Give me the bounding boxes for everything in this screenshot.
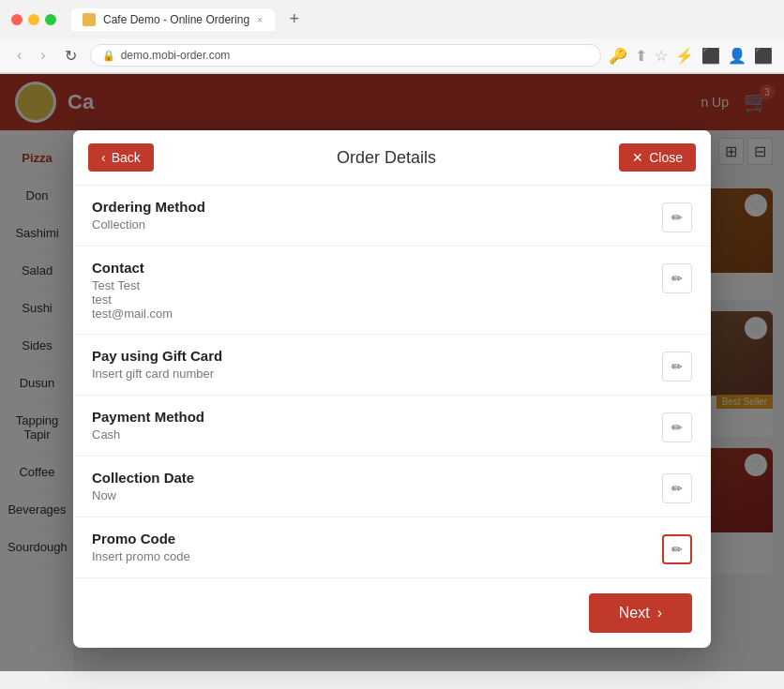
payment-method-row: Payment Method Cash ✏ — [73, 396, 711, 457]
promo-code-edit-button[interactable]: ✏ — [662, 534, 692, 564]
modal-body: Ordering Method Collection ✏ Contact Tes… — [73, 186, 711, 578]
page: Ca n Up 🛒 3 Pizza Don Sashimi Salad Sush… — [0, 74, 784, 671]
browser-chrome: Cafe Demo - Online Ordering × + ‹ › ↻ 🔒 … — [0, 0, 784, 74]
gift-card-row: Pay using Gift Card Insert gift card num… — [73, 335, 711, 396]
contact-value: Test Testtesttest@mail.com — [92, 278, 662, 321]
gift-card-content: Pay using Gift Card Insert gift card num… — [92, 348, 662, 381]
collection-date-label: Collection Date — [92, 470, 662, 486]
tab-close-button[interactable]: × — [257, 14, 263, 25]
promo-code-row: Promo Code Insert promo code ✏ — [73, 517, 711, 578]
ordering-method-label: Ordering Method — [92, 199, 662, 215]
browser-titlebar: Cafe Demo - Online Ordering × + — [0, 0, 784, 38]
promo-code-value: Insert promo code — [92, 549, 662, 563]
contact-edit-button[interactable]: ✏ — [662, 263, 692, 293]
bookmark-icon[interactable]: ☆ — [655, 47, 668, 65]
tab-title: Cafe Demo - Online Ordering — [103, 13, 249, 26]
menu-icon[interactable]: ⬛ — [754, 47, 773, 65]
splitview-icon[interactable]: ⬛ — [701, 47, 720, 65]
modal-back-label: Back — [112, 150, 141, 165]
next-button[interactable]: Next › — [589, 593, 692, 633]
nav-refresh-button[interactable]: ↻ — [59, 45, 83, 67]
contact-row: Contact Test Testtesttest@mail.com ✏ — [73, 247, 711, 335]
collection-date-content: Collection Date Now — [92, 470, 662, 502]
ordering-method-content: Ordering Method Collection — [92, 199, 662, 232]
next-arrow-icon: › — [657, 605, 662, 622]
contact-content: Contact Test Testtesttest@mail.com — [92, 260, 662, 321]
gift-card-label: Pay using Gift Card — [92, 348, 662, 364]
modal-overlay: ‹ Back Order Details ✕ Close Ordering Me… — [0, 74, 784, 671]
ordering-method-value: Collection — [92, 217, 662, 232]
share-icon[interactable]: ⬆ — [635, 47, 647, 65]
next-label: Next — [619, 605, 650, 622]
modal-title: Order Details — [154, 148, 619, 168]
maximize-dot[interactable] — [45, 14, 56, 25]
payment-method-value: Cash — [92, 427, 662, 442]
modal-header: ‹ Back Order Details ✕ Close — [73, 130, 711, 186]
browser-nav: ‹ › ↻ 🔒 demo.mobi-order.com 🔑 ⬆ ☆ ⚡ ⬛ 👤 … — [0, 38, 784, 73]
browser-nav-actions: 🔑 ⬆ ☆ ⚡ ⬛ 👤 ⬛ — [609, 47, 773, 65]
contact-label: Contact — [92, 260, 662, 276]
url-text: demo.mobi-order.com — [121, 49, 231, 62]
address-bar[interactable]: 🔒 demo.mobi-order.com — [90, 44, 601, 67]
gift-card-value: Insert gift card number — [92, 367, 662, 381]
payment-method-label: Payment Method — [92, 409, 662, 425]
collection-date-row: Collection Date Now ✏ — [73, 457, 711, 517]
new-tab-button[interactable]: + — [282, 7, 308, 31]
nav-back-button[interactable]: ‹ — [11, 45, 27, 66]
browser-tab[interactable]: Cafe Demo - Online Ordering × — [71, 8, 275, 31]
close-x-icon: ✕ — [632, 150, 643, 165]
key-icon[interactable]: 🔑 — [609, 47, 627, 65]
ordering-method-edit-button[interactable]: ✏ — [662, 202, 692, 232]
lock-icon: 🔒 — [102, 50, 115, 62]
collection-date-edit-button[interactable]: ✏ — [662, 473, 692, 503]
collection-date-value: Now — [92, 488, 662, 502]
gift-card-edit-button[interactable]: ✏ — [662, 352, 692, 382]
browser-dots — [11, 14, 56, 25]
modal-back-button[interactable]: ‹ Back — [88, 143, 154, 172]
modal-close-label: Close — [649, 150, 683, 165]
promo-code-label: Promo Code — [92, 531, 662, 547]
profile-icon[interactable]: 👤 — [728, 47, 746, 65]
order-details-modal: ‹ Back Order Details ✕ Close Ordering Me… — [73, 130, 711, 648]
tab-favicon — [83, 13, 96, 26]
payment-method-edit-button[interactable]: ✏ — [662, 412, 692, 442]
nav-forward-button[interactable]: › — [35, 45, 51, 66]
extension-icon[interactable]: ⚡ — [675, 47, 694, 65]
back-chevron-icon: ‹ — [101, 150, 106, 165]
minimize-dot[interactable] — [28, 14, 39, 25]
ordering-method-row: Ordering Method Collection ✏ — [73, 186, 711, 247]
promo-code-content: Promo Code Insert promo code — [92, 531, 662, 563]
modal-footer: Next › — [73, 578, 711, 648]
modal-close-button[interactable]: ✕ Close — [619, 143, 696, 172]
payment-method-content: Payment Method Cash — [92, 409, 662, 442]
close-dot[interactable] — [11, 14, 23, 25]
